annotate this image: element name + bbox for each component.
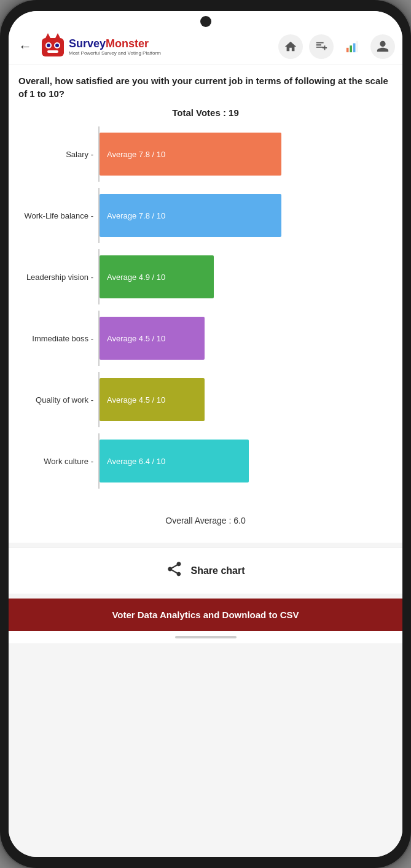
- share-button[interactable]: [166, 560, 183, 581]
- chart-row: Work culture - Average 6.4 / 10: [18, 440, 393, 482]
- chart-row: Work-Life balance - Average 7.8 / 10: [18, 194, 393, 237]
- chart-row: Quality of work - Average 4.5 / 10: [18, 378, 393, 421]
- chart-container: Salary - Average 7.8 / 10 Work-Life bala…: [18, 128, 393, 506]
- chart-icon: [345, 40, 359, 53]
- chart-bar-area: Average 4.5 / 10: [98, 378, 393, 421]
- overall-average: Overall Average : 6.0: [18, 511, 393, 530]
- svg-point-4: [55, 44, 59, 47]
- svg-marker-7: [55, 33, 60, 38]
- total-votes: Total Votes : 19: [18, 107, 393, 118]
- chart-bar-area: Average 4.9 / 10: [98, 255, 393, 298]
- chart-axis-line: [98, 249, 100, 304]
- chart-button[interactable]: [340, 34, 364, 59]
- svg-rect-11: [356, 41, 358, 52]
- chart-row: Immediate boss - Average 4.5 / 10: [18, 317, 393, 360]
- svg-rect-10: [353, 44, 356, 53]
- chart-bar-label: Average 7.8 / 10: [107, 150, 165, 159]
- share-icon: [166, 560, 183, 578]
- chart-bar: Average 6.4 / 10: [100, 440, 249, 482]
- chart-axis-line: [98, 188, 100, 243]
- svg-rect-5: [47, 50, 58, 53]
- nav-icons: [278, 34, 395, 59]
- logo-text-block: SurveyMonster Most Powerful Survey and V…: [69, 37, 161, 56]
- svg-marker-6: [45, 33, 50, 38]
- chart-bar-label: Average 6.4 / 10: [107, 457, 165, 466]
- chart-axis-line: [98, 126, 100, 182]
- chart-axis-line: [98, 311, 100, 366]
- chart-bar-label: Average 7.8 / 10: [107, 211, 165, 220]
- add-survey-button[interactable]: [309, 34, 334, 59]
- profile-button[interactable]: [370, 34, 395, 59]
- top-nav: ← SurveyMonster M: [9, 29, 402, 64]
- camera-dot: [200, 16, 211, 27]
- chart-label: Work-Life balance -: [18, 211, 98, 220]
- chart-bar: Average 7.8 / 10: [100, 133, 281, 176]
- back-button[interactable]: ←: [16, 36, 34, 57]
- chart-bar-label: Average 4.5 / 10: [107, 395, 165, 405]
- chart-label: Quality of work -: [18, 395, 98, 405]
- logo-monster-icon: [39, 33, 66, 60]
- chart-label: Immediate boss -: [18, 334, 98, 343]
- chart-axis-line: [98, 433, 100, 489]
- share-section: Share chart: [9, 548, 402, 594]
- logo-tagline: Most Powerful Survey and Voting Platform: [69, 50, 161, 56]
- chart-bar: Average 4.9 / 10: [100, 255, 214, 298]
- chart-bar-area: Average 7.8 / 10: [98, 194, 393, 237]
- main-content: Overall, how satisfied are you with your…: [9, 64, 402, 857]
- question-card: Overall, how satisfied are you with your…: [9, 64, 402, 543]
- svg-point-3: [47, 44, 50, 47]
- home-bar: [175, 636, 237, 638]
- chart-axis-line: [98, 372, 100, 427]
- chart-bar-area: Average 4.5 / 10: [98, 317, 393, 360]
- home-icon: [284, 40, 297, 53]
- svg-rect-0: [42, 38, 64, 56]
- chart-bar-area: Average 6.4 / 10: [98, 440, 393, 482]
- chart-bar: Average 7.8 / 10: [100, 194, 281, 237]
- share-label: Share chart: [190, 565, 245, 576]
- chart-label: Work culture -: [18, 457, 98, 466]
- question-text: Overall, how satisfied are you with your…: [18, 74, 393, 100]
- chart-row: Salary - Average 7.8 / 10: [18, 133, 393, 176]
- csv-download-button[interactable]: Voter Data Analytics and Download to CSV: [9, 599, 402, 631]
- chart-label: Leadership vision -: [18, 273, 98, 282]
- chart-bar-label: Average 4.5 / 10: [107, 334, 165, 343]
- logo-survey: SurveyMonster: [69, 37, 161, 50]
- svg-rect-9: [350, 45, 352, 52]
- chart-bar: Average 4.5 / 10: [100, 378, 205, 421]
- chart-row: Leadership vision - Average 4.9 / 10: [18, 255, 393, 298]
- home-button[interactable]: [278, 34, 303, 59]
- svg-rect-8: [346, 48, 349, 52]
- home-indicator: [9, 631, 402, 643]
- logo-monster-text: Monster: [106, 37, 149, 50]
- phone-frame: ← SurveyMonster M: [0, 0, 411, 868]
- chart-bar-label: Average 4.9 / 10: [107, 273, 165, 282]
- person-icon: [376, 40, 389, 53]
- chart-bar-area: Average 7.8 / 10: [98, 133, 393, 176]
- chart-label: Salary -: [18, 150, 98, 159]
- add-list-icon: [315, 40, 328, 53]
- chart-bar: Average 4.5 / 10: [100, 317, 205, 360]
- nav-logo: SurveyMonster Most Powerful Survey and V…: [39, 33, 273, 60]
- phone-inner: ← SurveyMonster M: [9, 11, 402, 857]
